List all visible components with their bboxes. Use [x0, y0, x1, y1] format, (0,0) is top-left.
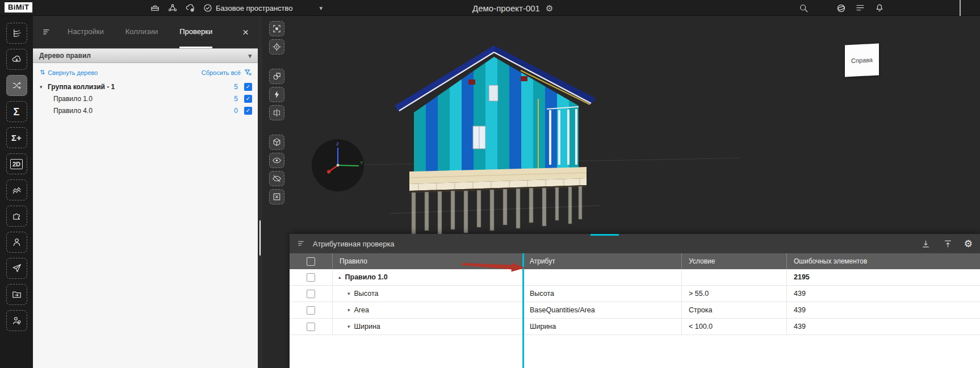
- caret-down-icon[interactable]: ▾: [40, 84, 48, 90]
- section-box-button[interactable]: [269, 135, 284, 150]
- settings-gear-icon[interactable]: ⚙: [964, 239, 973, 249]
- view-cube-face[interactable]: Справа: [845, 43, 879, 77]
- attribute-value: BaseQuantities/Area: [522, 302, 681, 318]
- hide-elements-button[interactable]: [269, 171, 284, 186]
- column-header-condition[interactable]: Условие: [681, 253, 786, 269]
- gizmo-center: [337, 164, 340, 167]
- sigma-plus-icon: Σ+: [11, 133, 22, 142]
- rail-graphs-button[interactable]: [6, 179, 27, 200]
- rule-name: Высота: [354, 290, 379, 298]
- panel-menu-icon[interactable]: [42, 27, 52, 37]
- team-icon[interactable]: [166, 2, 179, 14]
- collapse-tree-link[interactable]: ⇅ Свернуть дерево: [40, 69, 98, 76]
- table-row[interactable]: ▴ Правило 1.0 2195: [290, 269, 980, 286]
- topbar-divider: [960, 0, 961, 16]
- rail-model-tree-button[interactable]: [6, 23, 27, 44]
- show-elements-button[interactable]: [269, 153, 284, 168]
- table-row[interactable]: ▾ Ширина Ширина < 100.0 439: [290, 319, 980, 335]
- condition-value: Строка: [681, 302, 786, 318]
- rail-sum-plus-button[interactable]: Σ+: [6, 127, 27, 148]
- row-checkbox[interactable]: [307, 323, 315, 331]
- rules-tree-dropdown[interactable]: Дерево правил ▾: [33, 48, 258, 63]
- view-toolbar: [269, 21, 284, 204]
- row-checkbox[interactable]: [307, 290, 315, 298]
- select-all-checkbox[interactable]: [307, 257, 315, 266]
- rules-tree-title: Дерево правил: [39, 52, 91, 60]
- tree-item-label: Правило 4.0: [53, 107, 93, 115]
- reset-all-label: Сбросить всё: [202, 69, 241, 76]
- bell-icon[interactable]: [873, 2, 886, 14]
- navigation-gizmo[interactable]: Z Y: [311, 139, 365, 192]
- clear-box-icon: [272, 192, 282, 202]
- tree-item-count: 5: [234, 83, 238, 91]
- align-bottom-icon[interactable]: [920, 237, 932, 250]
- row-checkbox[interactable]: [307, 273, 315, 282]
- close-icon[interactable]: ×: [242, 27, 249, 37]
- column-header-attribute[interactable]: Атрибут: [522, 253, 681, 269]
- rail-export-folder-button[interactable]: [6, 284, 27, 305]
- expand-caret-icon[interactable]: ▾: [347, 324, 350, 329]
- model-tree-icon: [11, 28, 22, 39]
- tree-item-label: Группа коллизий - 1: [48, 83, 115, 91]
- rail-user-button[interactable]: [6, 232, 27, 253]
- rail-sum-button[interactable]: Σ: [6, 101, 27, 122]
- attribute-value: Высота: [522, 286, 681, 302]
- rail-send-button[interactable]: [6, 258, 27, 279]
- project-settings-gear-icon[interactable]: ⚙: [546, 4, 553, 12]
- graphs-icon: [11, 185, 22, 195]
- errors-count: 2195: [786, 269, 980, 285]
- attribute-check-title: Атрибутивная проверка: [313, 240, 395, 248]
- tree-item-rule-4[interactable]: Правило 4.0 0 ✓: [33, 104, 258, 116]
- tree-item-checkbox[interactable]: ✓: [244, 83, 252, 91]
- rail-plugins-button[interactable]: [6, 206, 27, 227]
- cloud-add-icon[interactable]: [184, 2, 196, 14]
- render-region-button[interactable]: [269, 69, 284, 84]
- check-circle-icon[interactable]: [202, 2, 214, 14]
- chevron-down-icon: ▾: [248, 52, 252, 60]
- rail-user-location-button[interactable]: [6, 310, 27, 331]
- rail-clash-check-button[interactable]: [6, 75, 27, 96]
- locate-button[interactable]: [269, 39, 284, 55]
- workspace-selector[interactable]: Базовое пространство ▾: [216, 0, 323, 16]
- table-row[interactable]: ▾ Area BaseQuantities/Area Строка 439: [290, 302, 980, 319]
- panel-header-icons: ⚙: [920, 237, 973, 250]
- scrollbar-thumb[interactable]: [259, 220, 261, 256]
- align-top-icon[interactable]: [942, 237, 954, 250]
- row-checkbox[interactable]: [307, 306, 315, 315]
- fit-view-button[interactable]: [269, 21, 284, 36]
- column-header-errors[interactable]: Ошибочных элементов: [786, 253, 980, 269]
- quick-render-button[interactable]: [269, 87, 284, 102]
- section-button[interactable]: [269, 105, 284, 120]
- expand-caret-icon[interactable]: ▾: [347, 291, 350, 296]
- panel-menu-icon[interactable]: [297, 239, 306, 248]
- tab-collisions[interactable]: Коллизии: [125, 16, 158, 48]
- reset-all-link[interactable]: Сбросить всё: [202, 68, 252, 77]
- collapse-caret-icon[interactable]: ▴: [338, 274, 341, 280]
- rail-cloud-button[interactable]: [6, 49, 27, 70]
- sphere-icon[interactable]: [835, 2, 847, 14]
- list-icon[interactable]: [854, 2, 866, 14]
- toolbox-icon[interactable]: [149, 2, 161, 14]
- viewport-3d[interactable]: Z Y Справа Атрибутивная проверка: [262, 16, 980, 368]
- cloud-icon: [11, 54, 22, 65]
- cube-icon: [272, 137, 282, 147]
- panel-tab-bar: Настройки Коллизии Проверки ×: [33, 16, 258, 48]
- tree-item-checkbox[interactable]: ✓: [244, 107, 252, 115]
- locate-icon: [272, 42, 282, 52]
- project-title: Демо-проект-001: [472, 3, 540, 13]
- app-logo[interactable]: BiMiT: [5, 2, 32, 12]
- tree-item-checkbox[interactable]: ✓: [244, 95, 252, 103]
- collapse-tree-label: Свернуть дерево: [48, 69, 98, 76]
- expand-caret-icon[interactable]: ▾: [347, 307, 350, 313]
- table-row[interactable]: ▾ Высота Высота > 55.0 439: [290, 286, 980, 302]
- tree-item-count: 0: [234, 107, 238, 115]
- rail-2d-view-button[interactable]: 2D: [6, 153, 27, 174]
- search-icon[interactable]: [797, 2, 810, 14]
- tab-settings[interactable]: Настройки: [68, 16, 104, 48]
- view-cube-face-label: Справа: [851, 56, 873, 64]
- clear-selection-button[interactable]: [269, 189, 284, 204]
- tab-checks[interactable]: Проверки: [179, 16, 212, 48]
- tree-item-rule-1[interactable]: Правило 1.0 5 ✓: [33, 93, 258, 104]
- tree-item-group[interactable]: ▾ Группа коллизий - 1 5 ✓: [33, 81, 258, 93]
- panel-resize-handle[interactable]: [590, 234, 619, 236]
